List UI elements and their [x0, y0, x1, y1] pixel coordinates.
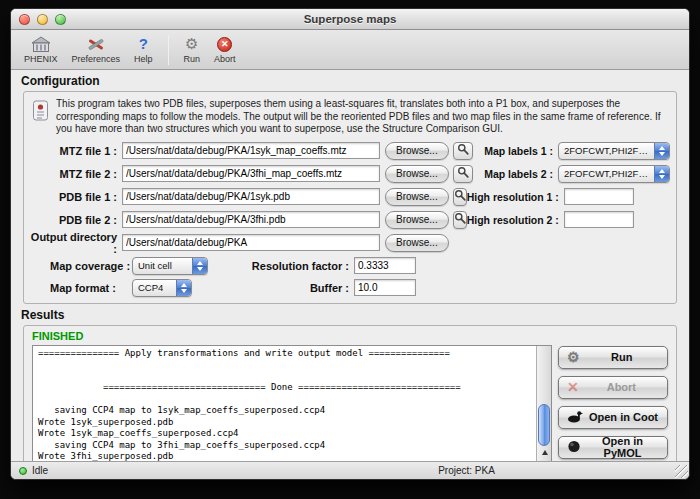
map-coverage-value: Unit cell	[138, 260, 172, 271]
pdb2-input[interactable]	[122, 211, 380, 228]
pdb1-input[interactable]	[122, 188, 380, 205]
pdb2-browse-button[interactable]: Browse...	[385, 211, 449, 229]
map-labels-1-label: Map labels 1 :	[484, 145, 558, 157]
toolbar-abort-label: Abort	[214, 54, 236, 64]
run-button[interactable]: ⚙ Run	[558, 346, 668, 369]
toolbar-separator	[168, 35, 169, 65]
pdb1-view-button[interactable]	[453, 188, 467, 206]
gear-icon: ⚙	[567, 349, 580, 365]
pdb2-view-button[interactable]	[453, 211, 467, 229]
results-heading: Results	[21, 308, 689, 322]
map-labels-2-label: Map labels 2 :	[484, 168, 558, 180]
phenix-home-icon	[31, 35, 51, 53]
toolbar-help-label: Help	[134, 54, 153, 64]
map-coverage-label: Map coverage :	[50, 260, 132, 272]
mtz2-label: MTZ file 2 :	[30, 168, 122, 180]
mtz1-view-button[interactable]	[453, 142, 473, 160]
description-row: This program takes two PDB files, superp…	[24, 92, 676, 140]
resolution-factor-input[interactable]	[354, 257, 416, 274]
open-in-coot-button[interactable]: Open in Coot	[558, 406, 668, 429]
output-directory-label: Output directory :	[30, 231, 122, 255]
resolution-factor-label: Resolution factor :	[250, 260, 354, 272]
open-in-pymol-button[interactable]: Open in PyMOL	[558, 436, 668, 459]
gear-icon: ⚙	[185, 35, 198, 53]
high-resolution-2-input[interactable]	[564, 211, 634, 228]
map-format-select[interactable]: CCP4	[132, 279, 192, 297]
status-bar: Idle Project: PKA	[11, 461, 689, 479]
toolbar-run-button[interactable]: ⚙ Run	[177, 32, 208, 68]
form-row-mtz2: MTZ file 2 : Browse... Map labels 2 : 2F…	[24, 163, 676, 185]
titlebar[interactable]: Superpose maps	[11, 9, 689, 30]
abort-button[interactable]: ✕ Abort	[558, 376, 668, 399]
toolbar-abort-button[interactable]: ✕ Abort	[207, 32, 243, 68]
map-labels-1-select[interactable]: 2FOFCWT,PHI2FOF...	[558, 142, 670, 160]
high-resolution-1-input[interactable]	[564, 188, 634, 205]
toolbar-preferences-label: Preferences	[72, 54, 121, 64]
main-content: Configuration This program takes two PDB…	[11, 70, 689, 461]
buffer-input[interactable]	[354, 279, 416, 296]
toolbar-phenix-button[interactable]: PHENIX	[17, 32, 65, 68]
output-directory-browse-button[interactable]: Browse...	[385, 234, 449, 252]
toolbar-phenix-label: PHENIX	[24, 54, 58, 64]
form-row-mtz1: MTZ file 1 : Browse... Map labels 1 : 2F…	[24, 140, 676, 162]
help-question-icon: ?	[139, 35, 148, 53]
results-action-buttons: ⚙ Run ✕ Abort Open in Coot	[558, 346, 668, 459]
minimize-button[interactable]	[37, 14, 48, 25]
map-format-label: Map format :	[50, 282, 132, 294]
map-coverage-select[interactable]: Unit cell	[132, 257, 208, 275]
mtz1-browse-button[interactable]: Browse...	[385, 142, 449, 160]
pymol-icon	[567, 440, 581, 455]
app-window: Superpose maps PHENIX Preferences ? Help	[10, 8, 690, 480]
open-in-coot-label: Open in Coot	[588, 411, 659, 423]
options-row-1: Map coverage : Unit cell Resolution fact…	[24, 255, 676, 277]
resize-grip-icon[interactable]	[675, 465, 688, 478]
configuration-panel: This program takes two PDB files, superp…	[23, 91, 677, 304]
map-labels-2-value: 2FOFCWT,PHI2FOF...	[564, 168, 651, 179]
scrollbar-thumb[interactable]	[538, 404, 550, 446]
high-resolution-1-label: High resolution 1 :	[467, 191, 564, 203]
zoom-button[interactable]	[55, 14, 66, 25]
map-format-value: CCP4	[138, 282, 163, 293]
abort-x-icon: ✕	[567, 380, 579, 394]
traffic-lights	[19, 14, 66, 25]
abort-circle-icon: ✕	[217, 35, 232, 53]
status-text: Idle	[32, 465, 48, 476]
mtz2-view-button[interactable]	[453, 165, 473, 183]
mtz1-input[interactable]	[122, 142, 380, 159]
options-row-2: Map format : CCP4 Buffer :	[24, 279, 676, 301]
scrollbar-up-arrow-icon[interactable]	[537, 447, 552, 459]
search-icon	[457, 143, 469, 158]
toolbar-help-button[interactable]: ? Help	[127, 32, 160, 68]
console-output-area[interactable]: =============== Apply transformations an…	[32, 345, 552, 462]
toolbar-preferences-button[interactable]: Preferences	[65, 32, 128, 68]
close-button[interactable]	[19, 14, 30, 25]
status-idle-dot-icon	[19, 467, 27, 475]
map-labels-2-select[interactable]: 2FOFCWT,PHI2FOF...	[558, 165, 670, 183]
program-description: This program takes two PDB files, superp…	[56, 98, 668, 136]
run-button-label: Run	[585, 351, 659, 363]
output-directory-input[interactable]	[122, 234, 380, 251]
console-text: =============== Apply transformations an…	[33, 346, 537, 462]
status-finished-label: FINISHED	[24, 326, 676, 345]
configuration-heading: Configuration	[21, 74, 689, 88]
pdb1-label: PDB file 1 :	[30, 191, 122, 203]
search-icon	[454, 212, 466, 227]
form-row-output-directory: Output directory : Browse...	[24, 232, 676, 254]
results-panel: FINISHED =============== Apply transform…	[23, 325, 677, 462]
pdb2-label: PDB file 2 :	[30, 214, 122, 226]
map-labels-1-value: 2FOFCWT,PHI2FOF...	[564, 145, 651, 156]
crossed-tools-icon	[86, 35, 106, 53]
select-arrows-icon	[192, 258, 207, 274]
mtz2-browse-button[interactable]: Browse...	[385, 165, 449, 183]
toolbar: PHENIX Preferences ? Help ⚙ Run ✕ Abort	[11, 30, 689, 70]
select-arrows-icon	[654, 143, 669, 159]
select-arrows-icon	[654, 166, 669, 182]
mtz2-input[interactable]	[122, 165, 380, 182]
console-scrollbar[interactable]	[536, 346, 551, 462]
form-row-pdb1: PDB file 1 : Browse... High resolution 1…	[24, 186, 676, 208]
open-in-pymol-label: Open in PyMOL	[586, 435, 659, 459]
search-icon	[457, 166, 469, 181]
pdb1-browse-button[interactable]: Browse...	[385, 188, 449, 206]
buffer-label: Buffer :	[250, 282, 354, 294]
window-title: Superpose maps	[11, 13, 689, 25]
